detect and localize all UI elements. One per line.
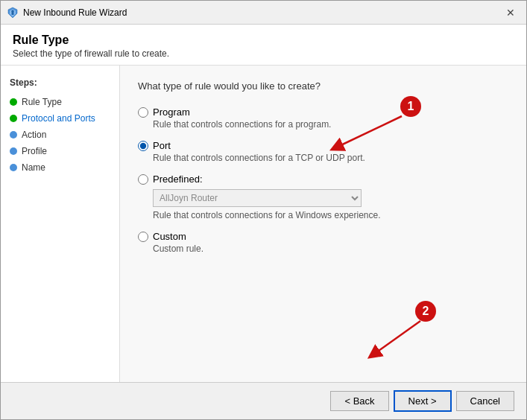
footer-bar: < Back Next > Cancel (1, 382, 526, 419)
sidebar-item-name[interactable]: Name (1, 159, 119, 176)
sidebar-item-profile[interactable]: Profile (1, 143, 119, 159)
content-area: Steps: Rule Type Protocol and Ports Acti… (1, 66, 526, 382)
sidebar-label-name: Name (22, 162, 45, 173)
option-row-custom: Custom (138, 231, 508, 242)
option-item-program: Program Rule that controls connections f… (138, 106, 508, 130)
cancel-button[interactable]: Cancel (456, 391, 514, 411)
radio-program[interactable] (138, 107, 148, 118)
sidebar-item-rule-type[interactable]: Rule Type (1, 94, 119, 110)
option-row-program: Program (138, 106, 508, 118)
step-dot-name (10, 164, 17, 171)
window: New Inbound Rule Wizard ✕ Rule Type Sele… (0, 0, 527, 420)
sidebar: Steps: Rule Type Protocol and Ports Acti… (1, 66, 120, 382)
back-button[interactable]: < Back (330, 391, 388, 411)
app-icon (7, 7, 19, 19)
title-bar-left: New Inbound Rule Wizard (7, 7, 127, 19)
option-label-port[interactable]: Port (153, 140, 171, 151)
radio-port[interactable] (138, 141, 148, 151)
sidebar-item-protocol-ports[interactable]: Protocol and Ports (1, 110, 119, 127)
close-button[interactable]: ✕ (501, 5, 520, 20)
option-item-port: Port Rule that controls connections for … (138, 140, 508, 163)
sidebar-label-profile: Profile (22, 146, 47, 156)
main-wrapper: What type of rule would you like to crea… (120, 66, 526, 382)
option-desc-custom: Custom rule. (153, 244, 508, 254)
sidebar-label-rule-type: Rule Type (22, 97, 62, 107)
option-desc-predefined: Rule that controls connections for a Win… (153, 210, 508, 220)
step-dot-action (10, 131, 17, 139)
step-dot-rule-type (10, 98, 17, 106)
option-item-predefined: Predefined: AllJoyn Router BranchCache -… (138, 174, 508, 220)
option-desc-program: Rule that controls connections for a pro… (153, 119, 508, 130)
option-group: Program Rule that controls connections f… (138, 106, 508, 254)
option-label-program[interactable]: Program (153, 106, 190, 118)
predefined-dropdown-wrapper: AllJoyn Router BranchCache - Content Ret… (153, 189, 508, 207)
main-content: What type of rule would you like to crea… (120, 66, 526, 382)
page-header: Rule Type Select the type of firewall ru… (1, 25, 526, 66)
sidebar-label-action: Action (22, 130, 46, 140)
predefined-dropdown[interactable]: AllJoyn Router BranchCache - Content Ret… (153, 189, 362, 207)
radio-custom[interactable] (138, 232, 148, 242)
option-item-custom: Custom Custom rule. (138, 231, 508, 254)
question-text: What type of rule would you like to crea… (138, 80, 508, 92)
sidebar-item-action[interactable]: Action (1, 127, 119, 143)
step-dot-protocol (10, 115, 17, 122)
svg-rect-3 (12, 10, 14, 12)
page-subtitle: Select the type of firewall rule to crea… (13, 48, 514, 59)
page-title: Rule Type (13, 34, 514, 47)
step-dot-profile (10, 147, 17, 155)
option-label-predefined[interactable]: Predefined: (153, 174, 203, 185)
window-title: New Inbound Rule Wizard (23, 7, 127, 18)
option-desc-port: Rule that controls connections for a TCP… (153, 153, 508, 163)
next-button[interactable]: Next > (394, 390, 452, 412)
option-label-custom[interactable]: Custom (153, 231, 186, 242)
option-row-predefined: Predefined: (138, 174, 508, 185)
steps-label: Steps: (1, 74, 119, 94)
option-row-port: Port (138, 140, 508, 151)
radio-predefined[interactable] (138, 174, 148, 185)
title-bar: New Inbound Rule Wizard ✕ (1, 1, 526, 25)
sidebar-label-protocol: Protocol and Ports (22, 113, 95, 124)
